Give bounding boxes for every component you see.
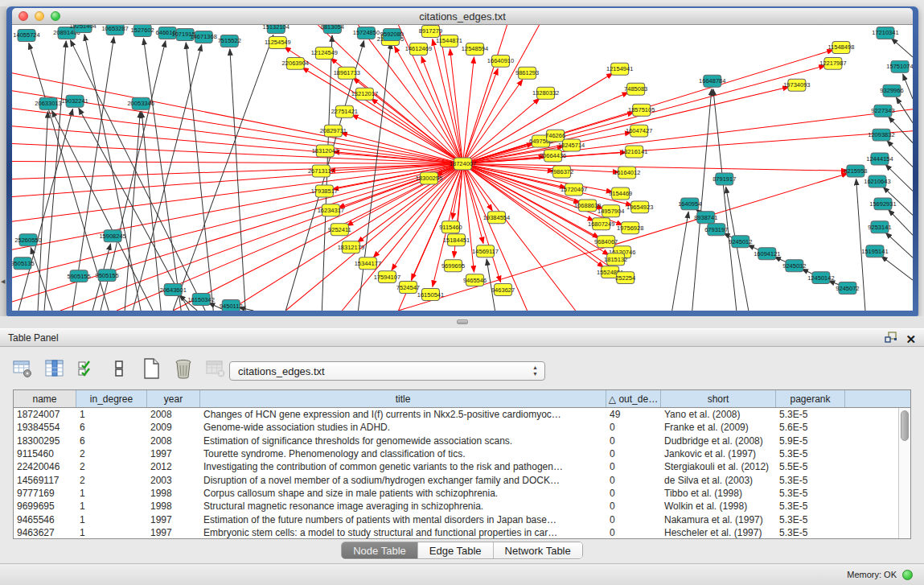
cell-pagerank[interactable]: 5.3E-5 (776, 408, 845, 421)
cell-pagerank[interactable]: 5.3E-5 (776, 513, 845, 525)
table-settings-icon[interactable] (11, 357, 34, 380)
column-header-out_degree[interactable]: △ out_de… (606, 390, 661, 407)
graph-node[interactable]: 16047427 (626, 125, 652, 137)
cell-in_degree[interactable]: 1 (76, 487, 147, 500)
graph-node[interactable]: 252254 (615, 272, 635, 284)
graph-node[interactable]: 9465546 (463, 274, 487, 286)
graph-node[interactable]: 17210341 (872, 27, 898, 39)
graph-node[interactable]: 6793197 (704, 224, 728, 236)
table-row[interactable]: 969969511998Structural magnetic resonanc… (14, 500, 898, 513)
cell-name[interactable]: 18300295 (14, 435, 76, 447)
cell-year[interactable]: 2008 (147, 408, 200, 421)
cell-in_degree[interactable]: 6 (76, 421, 147, 434)
graph-node[interactable]: 1815132 (604, 253, 627, 266)
graph-node[interactable]: 9253141 (868, 221, 891, 233)
graph-node[interactable]: 8917279 (419, 25, 442, 37)
graph-node[interactable]: 14957904 (598, 205, 624, 217)
graph-node[interactable]: 16164012 (614, 167, 640, 179)
cell-name[interactable]: 9463627 (14, 526, 76, 538)
cell-short[interactable]: Franke et al. (2009) (661, 421, 776, 434)
graph-node[interactable]: 9252411 (328, 224, 351, 236)
cell-in_degree[interactable]: 1 (76, 500, 147, 513)
graph-node[interactable]: 9463627 (491, 284, 515, 296)
graph-node[interactable]: 15724850 (353, 27, 380, 39)
graph-node[interactable]: 8938741 (694, 212, 717, 224)
column-header-pagerank[interactable]: pagerank (776, 390, 845, 407)
graph-node[interactable]: 7515522 (218, 35, 241, 47)
cell-out_degree[interactable]: 0 (606, 460, 661, 473)
graph-node[interactable]: 13212017 (351, 88, 378, 100)
cell-out_degree[interactable]: 0 (606, 500, 661, 513)
cell-name[interactable]: 18724007 (14, 408, 76, 421)
graph-node[interactable]: 12124549 (311, 47, 338, 59)
graph-node[interactable]: 16234317 (318, 204, 344, 216)
graph-node[interactable]: 11548498 (828, 41, 855, 53)
cell-title[interactable]: Changes of HCN gene expression and I(f) … (200, 408, 606, 421)
cell-out_degree[interactable]: 0 (606, 421, 661, 434)
cell-out_degree[interactable]: 0 (606, 526, 661, 538)
cell-year[interactable]: 1997 (147, 526, 200, 538)
network-graph[interactable]: 1872400718300295193845549115460151844511… (12, 25, 913, 311)
cell-pagerank[interactable]: 5.3E-5 (776, 447, 845, 460)
graph-node[interactable]: 15184451 (443, 234, 470, 246)
table-row[interactable]: 911546021997Tourette syndrome. Phenomeno… (14, 447, 898, 460)
graph-node[interactable]: 17938517 (311, 185, 338, 197)
graph-node[interactable]: 9699695 (441, 260, 465, 272)
cell-out_degree[interactable]: 49 (606, 408, 661, 421)
cell-title[interactable]: Corpus callosum shape and size in male p… (200, 487, 606, 500)
graph-node[interactable]: 1527602 (131, 25, 154, 36)
graph-node[interactable]: 18961733 (334, 67, 360, 79)
cell-title[interactable]: Estimation of significance thresholds fo… (200, 435, 606, 447)
cell-short[interactable]: Yano et al. (2008) (661, 408, 776, 421)
graph-node[interactable]: 12093832 (868, 129, 894, 141)
cell-name[interactable]: 22420046 (14, 460, 76, 473)
cell-title[interactable]: Structural magnetic resonance image aver… (200, 500, 606, 513)
column-header-year[interactable]: year (147, 390, 200, 407)
graph-node[interactable]: 5905155 (67, 270, 90, 282)
cell-out_degree[interactable]: 0 (606, 513, 661, 525)
cell-out_degree[interactable]: 0 (606, 447, 661, 460)
graph-node[interactable]: 19756928 (617, 222, 643, 234)
graph-node[interactable]: 10653287 (101, 25, 128, 35)
graph-node[interactable]: 18312179 (338, 241, 364, 253)
graph-node[interactable]: 18575105 (628, 104, 655, 116)
cell-short[interactable]: Wolkin et al. (1998) (661, 500, 776, 513)
cell-pagerank[interactable]: 5.3E-5 (776, 526, 845, 538)
graph-node[interactable]: 9505155 (96, 270, 119, 282)
cell-year[interactable]: 2009 (147, 421, 200, 434)
network-canvas[interactable]: 1872400718300295193845549115460151844511… (12, 25, 913, 311)
destroy-table-icon-disabled[interactable] (204, 357, 227, 380)
cell-year[interactable]: 2003 (147, 473, 200, 486)
graph-node[interactable]: 746266 (545, 130, 565, 142)
graph-node[interactable]: 19032241 (61, 95, 88, 107)
graph-node[interactable]: 20664436 (540, 150, 566, 162)
table-row[interactable]: 2242004622012Investigating the contribut… (14, 460, 898, 473)
graph-node[interactable]: 19734093 (783, 79, 810, 91)
graph-node[interactable]: 13280332 (532, 87, 559, 99)
graph-node[interactable]: 14671368 (191, 31, 217, 43)
cell-year[interactable]: 1998 (147, 487, 200, 500)
graph-node[interactable]: 9245032 (782, 260, 806, 272)
cell-in_degree[interactable]: 2 (76, 473, 147, 486)
cell-title[interactable]: Embryonic stem cells: a model to study s… (200, 526, 606, 538)
cell-title[interactable]: Estimation of the future numbers of pati… (200, 513, 606, 525)
graph-node[interactable]: 15195141 (861, 245, 888, 257)
graph-node[interactable]: 26713117 (308, 165, 335, 177)
tab-edge-table[interactable]: Edge Table (418, 542, 494, 558)
graph-node[interactable]: 1640954 (678, 198, 701, 210)
cell-short[interactable]: de Silva et al. (2003) (661, 473, 776, 486)
splitter-grip-icon[interactable] (457, 319, 468, 324)
cell-year[interactable]: 2008 (147, 435, 200, 447)
graph-node[interactable]: 18312043 (312, 145, 339, 157)
table-selector-dropdown[interactable]: citations_edges.txt ▲▼ (229, 361, 545, 381)
graph-node[interactable]: 8215958 (844, 165, 867, 177)
cell-short[interactable]: Dudbridge et al. (2008) (661, 435, 776, 447)
graph-node[interactable]: 7485083 (624, 83, 647, 95)
graph-node[interactable]: 14569117 (472, 245, 499, 257)
cell-short[interactable]: Nakamura et al. (1997) (661, 513, 776, 525)
cell-pagerank[interactable]: 5.3E-5 (776, 500, 845, 513)
graph-node[interactable]: 14612469 (405, 43, 432, 55)
float-panel-icon[interactable] (885, 332, 897, 347)
graph-node[interactable]: 9684067 (594, 236, 618, 248)
cell-name[interactable]: 19384554 (14, 421, 76, 434)
